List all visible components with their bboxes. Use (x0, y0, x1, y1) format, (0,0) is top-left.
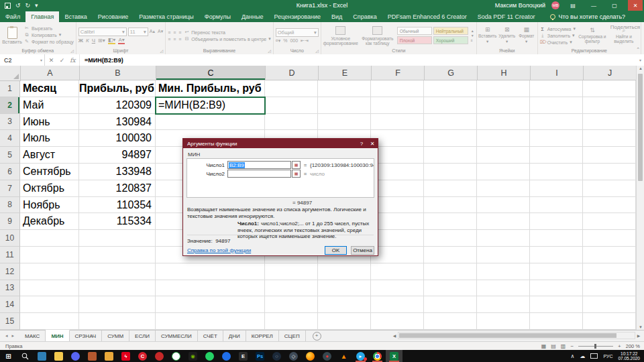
cut-button[interactable]: ✂Вырезать (24, 25, 74, 31)
column-header-J[interactable]: J (584, 66, 636, 80)
cell-A5[interactable]: Август (20, 147, 79, 164)
cell-J12[interactable] (583, 263, 636, 280)
cell-F5[interactable] (371, 147, 424, 164)
column-header-C[interactable]: C (156, 66, 266, 80)
font-color-button[interactable]: А▾ (118, 38, 124, 44)
cell-A1[interactable]: Месяц (20, 80, 79, 97)
cell-J9[interactable] (583, 213, 636, 230)
cell-H13[interactable] (477, 280, 530, 297)
zoom-in-icon[interactable]: + (618, 343, 621, 349)
photoshop-icon[interactable]: Ps (252, 350, 268, 362)
cell-J11[interactable] (583, 247, 636, 263)
delete-cells-button[interactable]: ⊠Удалить▾ (498, 23, 516, 48)
row-header-1[interactable]: 1 (0, 80, 20, 97)
cell-C14[interactable] (156, 296, 265, 313)
cell-I9[interactable] (530, 213, 583, 230)
cell-J4[interactable] (583, 130, 636, 147)
onedrive-cloud-icon[interactable]: ☁ (580, 353, 585, 359)
epic-games-icon[interactable]: E (235, 350, 252, 362)
cell-F1[interactable] (371, 80, 424, 97)
row-header-7[interactable]: 7 (0, 180, 20, 197)
borders-button[interactable]: ⊞▾ (98, 38, 105, 44)
sheet-tab-МАКС[interactable]: МАКС (19, 330, 46, 341)
cell-D13[interactable] (265, 280, 318, 297)
row-header-13[interactable]: 13 (0, 280, 20, 297)
tab-Файл[interactable]: Файл (0, 11, 25, 22)
cell-I3[interactable] (530, 114, 583, 131)
cell-F9[interactable] (371, 213, 424, 230)
cell-I7[interactable] (530, 180, 583, 197)
cell-B2[interactable]: 120309 (79, 97, 156, 114)
fill-button[interactable]: ⤓Заполнить ▾ (540, 33, 576, 38)
zoom-slider-thumb[interactable] (594, 344, 596, 349)
percent-button[interactable]: % (283, 38, 287, 43)
zoom-slider[interactable] (578, 346, 613, 347)
cell-A2[interactable]: Май (20, 97, 79, 114)
user-name[interactable]: Максим Волоцкий (495, 2, 545, 9)
cell-G8[interactable] (424, 197, 477, 214)
wrap-text-button[interactable]: ↩Перенос текста (184, 29, 270, 35)
row-header-14[interactable]: 14 (0, 296, 20, 313)
namebox-dropdown-icon[interactable]: ▾ (40, 58, 42, 62)
nvidia-icon[interactable]: ◉ (184, 350, 201, 362)
zoom-level[interactable]: 200 % (626, 343, 640, 349)
cell-F10[interactable] (371, 230, 424, 247)
cell-I6[interactable] (530, 164, 583, 180)
decimal-buttons[interactable]: ⇤⇥ (301, 38, 309, 44)
cell-B7[interactable]: 120837 (79, 180, 156, 197)
systemcare-icon[interactable] (168, 350, 184, 362)
scroll-up-icon[interactable]: ▲ (637, 66, 644, 70)
clock[interactable]: 10:17:22 07.05.2020 (618, 351, 640, 361)
row-header-4[interactable]: 4 (0, 130, 20, 147)
cell-D15[interactable] (265, 313, 318, 330)
cell-E1[interactable] (318, 80, 371, 97)
whatsapp-icon[interactable] (201, 350, 218, 362)
cell-D14[interactable] (265, 296, 318, 313)
cell-G11[interactable] (424, 247, 477, 263)
cell-D1[interactable] (265, 80, 318, 97)
arg2-range-picker-icon[interactable]: ▦ (292, 170, 301, 178)
tab-Soda PDF 11 Creator[interactable]: Soda PDF 11 Creator (472, 11, 541, 22)
scroll-right-icon[interactable]: ▶ (635, 333, 642, 338)
cell-F3[interactable] (371, 114, 424, 131)
cell-J1[interactable] (583, 80, 636, 97)
excel-taskbar-icon[interactable]: X (386, 350, 402, 362)
column-header-H[interactable]: H (478, 66, 531, 80)
cell-J3[interactable] (583, 114, 636, 131)
cell-E2[interactable] (318, 97, 371, 114)
tab-Формулы[interactable]: Формулы (199, 11, 236, 22)
discord-icon[interactable] (67, 350, 84, 362)
cell-B15[interactable] (79, 313, 156, 330)
bold-button[interactable]: Ж (78, 38, 83, 44)
cell-C15[interactable] (156, 313, 265, 330)
name-box[interactable]: C2▾ (0, 54, 45, 66)
insert-function-icon[interactable]: fx (68, 57, 78, 64)
cell-E13[interactable] (318, 280, 371, 297)
row-header-5[interactable]: 5 (0, 147, 20, 164)
cell-G12[interactable] (424, 263, 477, 280)
arg1-input[interactable]: B2:B9 (227, 161, 291, 169)
cell-I1[interactable] (530, 80, 583, 97)
scroll-down-icon[interactable]: ▼ (637, 325, 644, 329)
dialog-title-bar[interactable]: Аргументы функции ? ✕ (183, 139, 378, 148)
close-button[interactable]: ✕ (628, 0, 643, 11)
cell-H2[interactable] (477, 97, 530, 114)
ok-button[interactable]: OK (325, 246, 347, 255)
copy-button[interactable]: ⧉Копировать ▾ (24, 32, 74, 38)
cell-G2[interactable] (424, 97, 477, 114)
number-format-select[interactable]: Общий▾ (276, 28, 319, 37)
cell-I8[interactable] (530, 197, 583, 214)
cell-B8[interactable]: 110354 (79, 197, 156, 214)
row-header-3[interactable]: 3 (0, 114, 20, 131)
unity-icon[interactable]: ◇ (285, 350, 302, 362)
tab-Рисование[interactable]: Рисование (93, 11, 133, 22)
cell-D2[interactable] (265, 97, 318, 114)
format-cells-button[interactable]: ▦Формат▾ (518, 23, 535, 48)
row-header-12[interactable]: 12 (0, 263, 20, 280)
cell-H1[interactable] (477, 80, 530, 97)
sheet-tab-ДНИ[interactable]: ДНИ (223, 330, 246, 341)
tab-Справка[interactable]: Справка (347, 11, 382, 22)
cell-F2[interactable] (371, 97, 424, 114)
insert-cells-button[interactable]: ⊞Вставить▾ (479, 23, 496, 48)
help-link[interactable]: Справка по этой функции (187, 247, 251, 253)
